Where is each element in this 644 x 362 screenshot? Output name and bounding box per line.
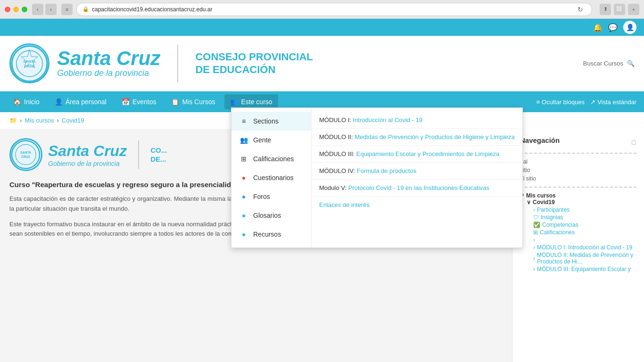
modulo3-icon: › bbox=[533, 266, 535, 272]
consejo-line2: DE EDUCACIÓN bbox=[195, 64, 313, 76]
person-icon: 👤 bbox=[55, 98, 63, 106]
courses-icon: 📋 bbox=[171, 98, 179, 106]
dashed-divider-2 bbox=[520, 187, 636, 188]
nav-eventos[interactable]: 📅 Eventos bbox=[116, 94, 162, 109]
sidebar-covid19-sub: ∨ Covid19 › Participantes 🛡 Insignias bbox=[520, 199, 636, 272]
notification-icon[interactable]: 🔔 bbox=[593, 23, 603, 32]
dropdown-modulo-1[interactable]: MÓDULO I: Introducción al Covid - 19 bbox=[312, 112, 522, 129]
course-logo-gobierno: Gobierno de la provincia bbox=[48, 160, 127, 167]
sidebar-navigation-title: Navegación bbox=[520, 136, 560, 144]
dropdown-cuestionarios[interactable]: ● Cuestionarios bbox=[231, 168, 311, 187]
vista-estandar-btn[interactable]: ↗ Vista estándar bbox=[590, 99, 636, 106]
foros-icon: ● bbox=[239, 192, 248, 201]
header-logo: SANTA CRUZ Santa Cruz Gobierno de la pro… bbox=[9, 43, 313, 83]
sidebar-modulo-2[interactable]: › MÓDULO II: Medidas de Prevención y Pro… bbox=[533, 252, 636, 265]
recursos-icon: ● bbox=[239, 230, 248, 239]
minimize-dot[interactable] bbox=[13, 7, 19, 12]
sidebar-el-sitio: el sitio bbox=[520, 175, 636, 182]
participantes-icon: › bbox=[533, 206, 535, 213]
calendar-icon: 📅 bbox=[122, 98, 130, 106]
dashed-divider-1 bbox=[520, 153, 636, 154]
sidebar-competencias[interactable]: ✅ Competencias bbox=[533, 222, 636, 228]
competencias-icon: ✅ bbox=[533, 222, 540, 228]
collapse-icon[interactable]: ◻ bbox=[631, 139, 636, 146]
dropdown-modulo-5[interactable]: Modulo V: Protocolo Covid - 19 en las In… bbox=[312, 180, 522, 197]
calificaciones-icon: ⊞ bbox=[533, 229, 538, 236]
dropdown-gente[interactable]: 👥 Gente bbox=[231, 131, 311, 149]
dropdown-recursos[interactable]: ● Recursos bbox=[231, 225, 311, 244]
course-logo-santa-cruz: Santa Cruz bbox=[48, 142, 127, 160]
blocks-icon: ≡ bbox=[536, 99, 540, 106]
nav-mis-cursos[interactable]: 📋 Mis Cursos bbox=[165, 94, 221, 109]
tab-button[interactable]: ⬜ bbox=[614, 4, 625, 15]
sidebar-participantes[interactable]: › Participantes bbox=[533, 206, 636, 213]
sidebar-insignias[interactable]: 🛡 Insignias bbox=[533, 214, 636, 221]
breadcrumb-sep-2: › bbox=[57, 117, 58, 124]
modulo1-icon: › bbox=[533, 244, 535, 251]
right-sidebar: Navegación ◻ nal sitio el sitio ∨ Mis cu… bbox=[512, 129, 644, 362]
breadcrumb-mis-cursos[interactable]: Mis cursos bbox=[25, 117, 54, 124]
course-logo-right: CO... DE... bbox=[150, 146, 167, 164]
share-button[interactable]: ⬆ bbox=[600, 4, 611, 15]
new-tab-button[interactable]: + bbox=[628, 4, 639, 15]
dropdown-right-menu: MÓDULO I: Introducción al Covid - 19 MÓD… bbox=[312, 108, 522, 247]
breadcrumb-home-icon: 📁 bbox=[9, 117, 17, 124]
dropdown-left-menu: ≡ Sections 👥 Gente ⊞ Calificaciones ● Cu… bbox=[231, 108, 312, 247]
ocultar-bloques-btn[interactable]: ≡ Ocultar bloques bbox=[536, 99, 585, 106]
calificaciones-grid-icon: ⊞ bbox=[239, 154, 248, 164]
sidebar-personal-area: nal bbox=[520, 158, 636, 165]
sidebar-calificaciones[interactable]: ⊞ Calificaciones bbox=[533, 229, 636, 236]
site-header: SANTA CRUZ Santa Cruz Gobierno de la pro… bbox=[0, 36, 644, 91]
dropdown-modulo-3[interactable]: MÓDULO III: Equipamiento Escolar y Proce… bbox=[312, 146, 522, 163]
logo-santa-cruz: Santa Cruz bbox=[57, 49, 160, 68]
sidebar-modulo-3[interactable]: › MÓDULO III: Equipamiento Escolar y bbox=[533, 266, 636, 272]
logo-text: Santa Cruz Gobierno de la provincia bbox=[57, 49, 160, 78]
address-bar[interactable]: 🔒 capacitacioncovid19.educacionsantacruz… bbox=[76, 3, 592, 16]
crest-logo: SANTA CRUZ bbox=[9, 43, 50, 83]
dropdown-foros[interactable]: ● Foros bbox=[231, 187, 311, 206]
back-button[interactable]: ‹ bbox=[32, 4, 43, 15]
logo-consejo: CONSEJO PROVINCIAL DE EDUCACIÓN bbox=[195, 51, 313, 76]
svg-text:SANTA: SANTA bbox=[20, 151, 31, 154]
forward-button[interactable]: › bbox=[45, 4, 57, 15]
dropdown-enlaces[interactable]: Enlaces de interés bbox=[312, 197, 522, 213]
course-logo-divider bbox=[138, 140, 139, 169]
browser-nav: ‹ › bbox=[32, 4, 57, 15]
group-icon: 👥 bbox=[230, 98, 238, 106]
reload-icon[interactable]: ↻ bbox=[575, 4, 586, 15]
sidebar-modulo-1[interactable]: › MÓDULO I: Introducción al Covid - 19 bbox=[533, 244, 636, 251]
dropdown-glosarios[interactable]: ● Glosarios bbox=[231, 206, 311, 225]
close-dot[interactable] bbox=[5, 7, 10, 12]
maximize-dot[interactable] bbox=[22, 7, 27, 12]
breadcrumb-sep-1: › bbox=[20, 117, 22, 124]
sidebar-expand-arrow[interactable]: › bbox=[533, 237, 636, 243]
user-avatar[interactable]: 👤 bbox=[623, 21, 636, 34]
este-curso-dropdown: ≡ Sections 👥 Gente ⊞ Calificaciones ● Cu… bbox=[231, 107, 523, 248]
consejo-line1: CONSEJO PROVINCIAL bbox=[195, 51, 313, 63]
browser-actions: ⬆ ⬜ + bbox=[600, 4, 639, 15]
svg-text:CRUZ: CRUZ bbox=[25, 64, 35, 68]
sidebar-site-link: sitio bbox=[520, 167, 636, 173]
home-icon: 🏠 bbox=[13, 98, 21, 106]
sidebar-mis-cursos-group: ∨ Mis cursos ∨ Covid19 › Participantes bbox=[520, 192, 636, 272]
sidebar-mis-cursos-toggle[interactable]: ∨ Mis cursos bbox=[520, 192, 636, 199]
svg-text:CRUZ: CRUZ bbox=[21, 155, 30, 158]
nav-area-personal[interactable]: 👤 Área personal bbox=[49, 94, 112, 109]
dropdown-calificaciones[interactable]: ⊞ Calificaciones bbox=[231, 149, 311, 168]
course-crest: SANTA CRUZ bbox=[9, 138, 42, 171]
dropdown-modulo-2[interactable]: MÓDULO II: Medidas de Prevención y Produ… bbox=[312, 129, 522, 146]
tab-icon: ≡ bbox=[61, 4, 73, 15]
search-area[interactable]: Buscar Cursos 🔍 bbox=[583, 60, 635, 67]
top-bar: 🔔 💬 👤 bbox=[0, 19, 644, 36]
breadcrumb-covid19[interactable]: Covid19 bbox=[62, 117, 84, 124]
nav-inicio[interactable]: 🏠 Inicio bbox=[8, 94, 45, 109]
sidebar-covid19-items: › Participantes 🛡 Insignias ✅ Competenci… bbox=[527, 206, 636, 272]
sections-icon: ≡ bbox=[239, 116, 248, 126]
nav-right: ≡ Ocultar bloques ↗ Vista estándar bbox=[536, 99, 636, 106]
dropdown-modulo-4[interactable]: MÓDULO IV: Formula de productos bbox=[312, 163, 522, 180]
message-icon[interactable]: 💬 bbox=[608, 23, 618, 32]
dropdown-sections[interactable]: ≡ Sections bbox=[231, 112, 311, 131]
sidebar-covid19-toggle[interactable]: ∨ Covid19 bbox=[527, 199, 636, 206]
search-icon[interactable]: 🔍 bbox=[627, 60, 635, 67]
logo-gobierno: Gobierno de la provincia bbox=[57, 68, 160, 78]
